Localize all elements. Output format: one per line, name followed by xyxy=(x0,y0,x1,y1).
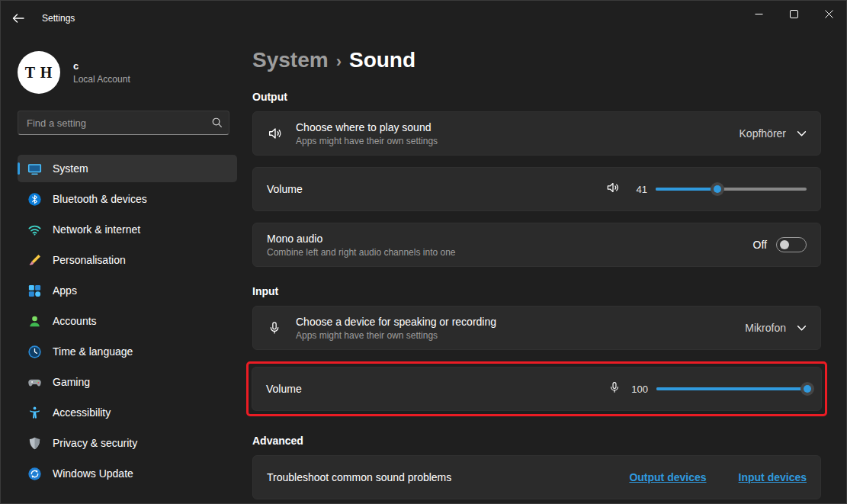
sidebar-item-label: Personalisation xyxy=(53,254,126,266)
toggle-knob xyxy=(780,240,789,249)
sidebar-item-label: System xyxy=(53,162,88,175)
maximize-button[interactable] xyxy=(776,1,811,27)
output-device-title: Choose where to play sound xyxy=(296,121,740,133)
input-device-title: Choose a device for speaking or recordin… xyxy=(296,316,745,328)
input-volume-value: 100 xyxy=(630,384,648,395)
sidebar: T H c Local Account System xyxy=(1,36,252,503)
chevron-down-icon xyxy=(797,130,807,137)
maximize-icon xyxy=(790,10,798,18)
section-label-input: Input xyxy=(252,285,821,297)
accessibility-icon xyxy=(27,406,42,420)
sidebar-item-label: Gaming xyxy=(53,376,90,388)
system-icon xyxy=(27,162,42,176)
input-device-subtitle: Apps might have their own settings xyxy=(296,330,745,341)
breadcrumb: System›Sound xyxy=(252,48,821,72)
output-device-subtitle: Apps might have their own settings xyxy=(296,136,740,146)
avatar: T H xyxy=(18,51,60,94)
personalisation-icon xyxy=(27,253,42,268)
input-devices-link[interactable]: Input devices xyxy=(739,471,807,483)
user-profile[interactable]: T H c Local Account xyxy=(18,51,242,94)
highlight-box: Volume 100 xyxy=(246,361,827,416)
sidebar-nav: System Bluetooth & devices Network & int… xyxy=(18,155,237,487)
sidebar-item-label: Privacy & security xyxy=(53,437,137,449)
sidebar-item-accounts[interactable]: Accounts xyxy=(18,307,237,335)
close-icon xyxy=(825,10,833,18)
sidebar-item-gaming[interactable]: Gaming xyxy=(18,368,237,396)
settings-window: Settings T H c Local Account xyxy=(0,0,847,504)
mono-audio-title: Mono audio xyxy=(267,233,753,245)
microphone-icon[interactable] xyxy=(608,380,621,397)
sidebar-item-bluetooth[interactable]: Bluetooth & devices xyxy=(18,185,237,213)
sidebar-item-accessibility[interactable]: Accessibility xyxy=(18,399,237,426)
window-controls xyxy=(741,1,846,36)
input-device-dropdown[interactable]: Mikrofon xyxy=(745,322,807,334)
page-title: Sound xyxy=(349,48,415,72)
search-icon xyxy=(211,117,223,131)
chevron-down-icon xyxy=(797,325,807,332)
slider-thumb[interactable] xyxy=(800,382,814,396)
app-title: Settings xyxy=(42,13,75,24)
output-volume-value: 41 xyxy=(629,184,647,195)
section-label-output: Output xyxy=(252,91,821,103)
sidebar-item-network[interactable]: Network & internet xyxy=(18,216,237,243)
main-content: System›Sound Output Choose where to play… xyxy=(252,36,846,503)
output-volume-label: Volume xyxy=(267,183,605,195)
accounts-icon xyxy=(27,314,42,329)
breadcrumb-parent[interactable]: System xyxy=(252,48,329,72)
sidebar-item-label: Windows Update xyxy=(53,467,133,480)
input-volume-slider[interactable] xyxy=(656,381,807,396)
section-label-advanced: Advanced xyxy=(252,435,821,447)
network-icon xyxy=(27,223,42,237)
output-volume-card: Volume 41 xyxy=(252,167,821,211)
slider-fill xyxy=(656,188,717,191)
slider-fill xyxy=(656,387,807,390)
sidebar-item-label: Accounts xyxy=(53,315,97,327)
sidebar-item-label: Time & language xyxy=(53,345,133,358)
search-input[interactable] xyxy=(18,111,229,135)
arrow-left-icon xyxy=(12,14,24,23)
titlebar: Settings xyxy=(1,1,846,36)
output-volume-slider[interactable] xyxy=(656,181,807,197)
output-device-card: Choose where to play sound Apps might ha… xyxy=(252,111,821,156)
privacy-icon xyxy=(27,436,42,451)
microphone-icon xyxy=(267,320,296,335)
mono-audio-state: Off xyxy=(753,239,767,251)
search-box xyxy=(18,111,229,135)
sidebar-item-windows-update[interactable]: Windows Update xyxy=(18,460,237,487)
selected-indicator xyxy=(18,162,20,175)
sidebar-item-personalisation[interactable]: Personalisation xyxy=(18,246,237,274)
speaker-icon[interactable] xyxy=(605,180,621,198)
sidebar-item-label: Network & internet xyxy=(53,223,140,236)
sidebar-item-label: Bluetooth & devices xyxy=(53,193,147,205)
mono-audio-subtitle: Combine left and right audio channels in… xyxy=(267,247,753,258)
sidebar-item-system[interactable]: System xyxy=(18,155,237,182)
output-devices-link[interactable]: Output devices xyxy=(629,471,706,483)
apps-icon xyxy=(27,284,42,298)
account-type: Local Account xyxy=(73,74,130,85)
output-device-value: Kopfhörer xyxy=(740,127,786,140)
input-volume-label: Volume xyxy=(266,383,608,395)
time-language-icon xyxy=(27,345,42,359)
windows-update-icon xyxy=(27,467,42,481)
minimize-icon xyxy=(755,10,763,18)
input-volume-card: Volume 100 xyxy=(252,367,822,411)
sidebar-item-privacy[interactable]: Privacy & security xyxy=(18,429,237,457)
sidebar-item-label: Accessibility xyxy=(53,406,111,419)
troubleshoot-card: Troubleshoot common sound problems Outpu… xyxy=(252,455,821,499)
gaming-icon xyxy=(27,375,42,390)
output-device-dropdown[interactable]: Kopfhörer xyxy=(740,127,807,140)
close-button[interactable] xyxy=(811,1,846,27)
back-button[interactable] xyxy=(1,5,36,32)
minimize-button[interactable] xyxy=(741,1,776,27)
mono-audio-toggle[interactable] xyxy=(776,237,807,252)
speaker-icon xyxy=(267,125,296,142)
sidebar-item-time-language[interactable]: Time & language xyxy=(18,338,237,365)
sidebar-item-apps[interactable]: Apps xyxy=(18,277,237,304)
slider-thumb[interactable] xyxy=(711,182,724,196)
sidebar-item-label: Apps xyxy=(53,284,77,297)
user-name: c xyxy=(73,60,130,72)
troubleshoot-title: Troubleshoot common sound problems xyxy=(267,471,629,483)
breadcrumb-separator: › xyxy=(329,52,349,71)
input-device-card: Choose a device for speaking or recordin… xyxy=(252,306,821,350)
input-device-value: Mikrofon xyxy=(745,322,786,334)
